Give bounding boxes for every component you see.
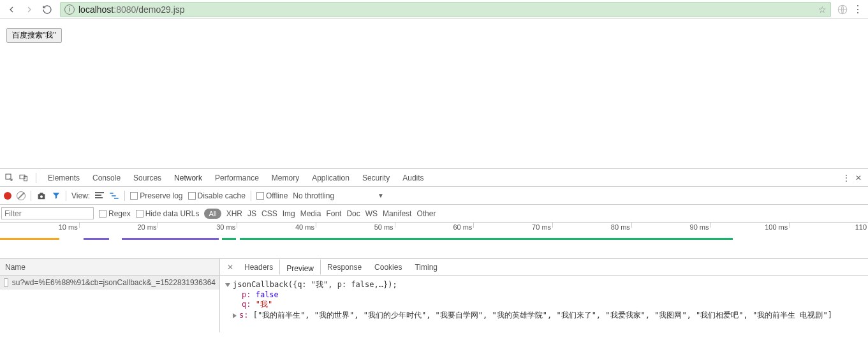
- timeline-bar: [240, 238, 733, 240]
- tab-console[interactable]: Console: [86, 169, 127, 187]
- view-list-icon[interactable]: [95, 192, 104, 200]
- timeline-tick-label: 40 ms: [295, 223, 314, 231]
- timeline-tick: [552, 223, 553, 228]
- devtools-menu-icon[interactable]: ⋮: [842, 174, 850, 182]
- filter-img[interactable]: Img: [283, 209, 295, 218]
- caret-right-icon[interactable]: [233, 313, 237, 318]
- globe-icon[interactable]: [836, 3, 849, 16]
- timeline-bar: [122, 238, 219, 240]
- filter-manifest[interactable]: Manifest: [383, 209, 411, 218]
- timeline-tick-label: 100 ms: [765, 223, 788, 231]
- filter-all-pill[interactable]: All: [204, 209, 221, 219]
- request-row[interactable]: su?wd=%E6%88%91&cb=jsonCallback&_=152283…: [0, 276, 219, 290]
- timeline-tick: [316, 223, 316, 228]
- filter-ws[interactable]: WS: [365, 209, 378, 218]
- timeline-tick: [789, 223, 790, 228]
- url-text: localhost:8080/demo29.jsp: [78, 4, 185, 15]
- forward-button[interactable]: [22, 2, 37, 17]
- timeline-tick-label: 90 ms: [690, 223, 709, 231]
- timeline-tick: [158, 223, 158, 228]
- request-detail: ✕ Headers Preview Response Cookies Timin…: [220, 259, 868, 332]
- filter-css[interactable]: CSS: [261, 209, 277, 218]
- network-toolbar: View: Preserve log Disable cache Offline…: [0, 187, 868, 205]
- throttling-dropdown-icon[interactable]: ▼: [378, 192, 384, 199]
- detail-tabbar: ✕ Headers Preview Response Cookies Timin…: [220, 259, 868, 276]
- baidu-search-button[interactable]: 百度搜索"我": [6, 28, 62, 43]
- bookmark-star-icon[interactable]: ☆: [818, 4, 827, 15]
- throttling-select[interactable]: No throttling: [293, 191, 334, 200]
- timeline-tick-label: 80 ms: [611, 223, 630, 231]
- preview-root-line[interactable]: jsonCallback({q: "我", p: false,…});: [225, 279, 863, 290]
- timeline-tick: [79, 223, 80, 228]
- address-bar[interactable]: i localhost:8080/demo29.jsp ☆: [60, 2, 831, 17]
- network-body: Name su?wd=%E6%88%91&cb=jsonCallback&_=1…: [0, 259, 868, 332]
- timeline-tick-label: 50 ms: [374, 223, 394, 231]
- tab-memory[interactable]: Memory: [265, 169, 305, 187]
- clear-button[interactable]: [17, 191, 26, 200]
- page-content: 百度搜索"我": [0, 19, 868, 168]
- timeline-tick: [710, 223, 711, 228]
- tab-application[interactable]: Application: [305, 169, 356, 187]
- filter-js[interactable]: JS: [247, 209, 256, 218]
- timeline-tick-label: 70 ms: [532, 223, 551, 231]
- offline-checkbox[interactable]: Offline: [256, 191, 288, 200]
- timeline-bar: [84, 238, 110, 240]
- timeline-bar: [222, 238, 236, 240]
- detail-tab-headers[interactable]: Headers: [238, 259, 279, 275]
- request-name-header[interactable]: Name: [0, 259, 219, 276]
- detail-tab-response[interactable]: Response: [321, 259, 368, 275]
- timeline-tick: [395, 223, 395, 228]
- filter-xhr[interactable]: XHR: [226, 209, 242, 218]
- timeline-tick: [631, 223, 632, 228]
- preview-body[interactable]: jsonCallback({q: "我", p: false,…}); p: f…: [220, 276, 868, 332]
- request-list: Name su?wd=%E6%88%91&cb=jsonCallback&_=1…: [0, 259, 220, 332]
- network-timeline[interactable]: 10 ms20 ms30 ms40 ms50 ms60 ms70 ms80 ms…: [0, 223, 868, 259]
- browser-toolbar: i localhost:8080/demo29.jsp ☆ ⋮: [0, 0, 868, 19]
- regex-checkbox[interactable]: Regex: [99, 209, 131, 218]
- tab-audits[interactable]: Audits: [396, 169, 430, 187]
- preview-p-line: p: false: [225, 290, 863, 299]
- hide-data-urls-checkbox[interactable]: Hide data URLs: [136, 209, 200, 218]
- site-info-icon[interactable]: i: [64, 4, 75, 15]
- timeline-tick: [237, 223, 237, 228]
- preview-s-line[interactable]: s: ["我的前半生", "我的世界", "我们的少年时代", "我要自学网",…: [225, 310, 863, 321]
- tab-network[interactable]: Network: [168, 169, 209, 187]
- filter-other[interactable]: Other: [416, 209, 436, 218]
- filter-doc[interactable]: Doc: [346, 209, 360, 218]
- back-button[interactable]: [4, 2, 19, 17]
- timeline-tick-label: 30 ms: [216, 223, 235, 231]
- svg-point-4: [40, 195, 43, 198]
- tab-security[interactable]: Security: [356, 169, 396, 187]
- capture-screenshots-icon[interactable]: [36, 191, 47, 200]
- filter-font[interactable]: Font: [326, 209, 341, 218]
- preserve-log-checkbox[interactable]: Preserve log: [130, 191, 182, 200]
- devtools-close-icon[interactable]: ✕: [855, 174, 862, 182]
- view-waterfall-icon[interactable]: [109, 192, 119, 200]
- device-toggle-icon[interactable]: [17, 171, 31, 185]
- filter-media[interactable]: Media: [300, 209, 321, 218]
- request-name-text: su?wd=%E6%88%91&cb=jsonCallback&_=152283…: [12, 278, 216, 287]
- disable-cache-checkbox[interactable]: Disable cache: [188, 191, 246, 200]
- tab-sources[interactable]: Sources: [127, 169, 168, 187]
- detail-close-icon[interactable]: ✕: [223, 259, 238, 275]
- separator: [36, 173, 36, 183]
- inspect-element-icon[interactable]: [3, 171, 17, 185]
- tab-performance[interactable]: Performance: [209, 169, 265, 187]
- devtools-panel: Elements Console Sources Network Perform…: [0, 168, 868, 332]
- detail-tab-preview[interactable]: Preview: [279, 259, 321, 275]
- timeline-tick-label: 60 ms: [453, 223, 472, 231]
- timeline-tick: [473, 223, 474, 228]
- file-icon: [4, 278, 8, 287]
- detail-tab-timing[interactable]: Timing: [408, 259, 444, 275]
- caret-down-icon[interactable]: [225, 283, 230, 287]
- timeline-tick-label: 110: [855, 223, 867, 231]
- detail-tab-cookies[interactable]: Cookies: [368, 259, 408, 275]
- browser-menu-icon[interactable]: ⋮: [851, 3, 864, 15]
- tab-elements[interactable]: Elements: [41, 169, 86, 187]
- filter-toggle-icon[interactable]: [52, 191, 61, 200]
- filter-input[interactable]: [1, 207, 94, 219]
- record-button[interactable]: [4, 192, 11, 200]
- reload-button[interactable]: [40, 2, 55, 17]
- timeline-tick-label: 10 ms: [59, 223, 78, 231]
- network-filterbar: Regex Hide data URLs All XHR JS CSS Img …: [0, 205, 868, 223]
